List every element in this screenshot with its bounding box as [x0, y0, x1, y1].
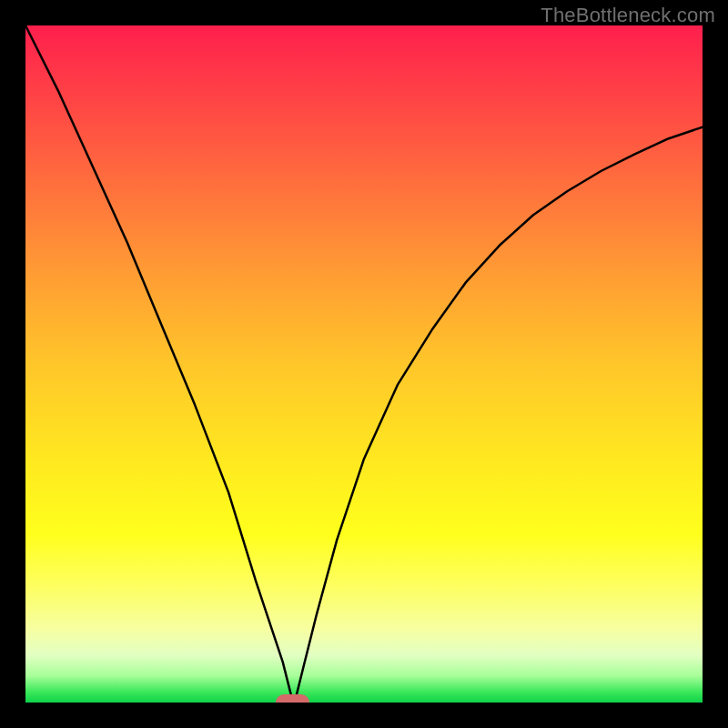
bottleneck-curve	[25, 25, 703, 703]
chart-container: TheBottleneck.com	[0, 0, 728, 728]
plot-area	[25, 25, 703, 703]
watermark-text: TheBottleneck.com	[541, 4, 715, 27]
optimal-marker-icon	[276, 694, 309, 703]
